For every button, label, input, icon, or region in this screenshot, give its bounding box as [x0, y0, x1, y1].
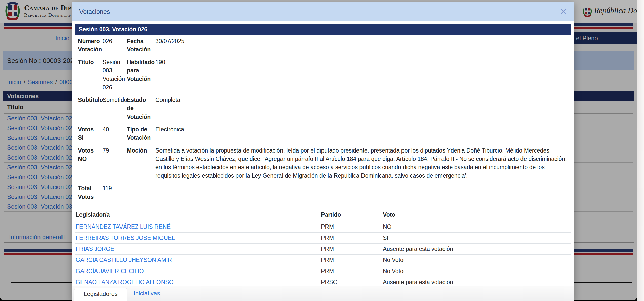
detail-label: Título: [75, 56, 100, 94]
detail-label: Estado de Votación: [124, 94, 153, 123]
modal-body: Sesión 003, Votación 026 Número Votación…: [72, 21, 574, 286]
vote-cell: Ausente para esta votación: [382, 277, 571, 286]
detail-value: Completa: [153, 94, 571, 123]
vote-cell: No Voto: [382, 254, 571, 266]
table-row: GARCÍA JAVIER CECILIO PRM No Voto: [75, 266, 571, 277]
detail-value: [153, 182, 571, 203]
legislator-link[interactable]: FERREIRAS TORRES JOSÉ MIGUEL: [76, 235, 175, 241]
tab-legisladores[interactable]: Legisladores: [74, 288, 127, 301]
column-header-legislador: Legislador/a: [75, 209, 320, 221]
detail-value: 79: [100, 144, 124, 182]
detail-label: Fecha Votación: [124, 35, 153, 56]
table-row: GENAO LANZA ROGELIO ALFONSO PRSC Ausente…: [75, 277, 571, 286]
legislator-link[interactable]: GARCÍA JAVIER CECILIO: [76, 268, 144, 274]
modal-title: Votaciones: [79, 8, 110, 15]
detail-label: Subtitulo: [75, 94, 100, 123]
close-icon[interactable]: ✕: [560, 8, 567, 16]
detail-value: Sometido: [100, 94, 124, 123]
table-row: Total Votos 119: [75, 182, 571, 203]
party-cell: PRSC: [320, 277, 382, 286]
table-row: Subtitulo Sometido Estado de Votación Co…: [75, 94, 571, 123]
party-cell: PRM: [320, 266, 382, 277]
detail-label: Total Votos: [75, 182, 100, 203]
vote-cell: SI: [382, 232, 571, 243]
detail-value: 119: [100, 182, 124, 203]
detail-value: 40: [100, 123, 124, 144]
detail-label: Moción: [124, 144, 153, 182]
mocion-text: Sometida a votación la propuesta de modi…: [153, 144, 571, 182]
detail-value: 190: [153, 56, 571, 94]
party-cell: PRM: [320, 254, 382, 266]
party-cell: PRM: [320, 221, 382, 232]
legislator-link[interactable]: FERNÁNDEZ TAVÁREZ LUIS RENÉ: [76, 223, 171, 230]
detail-value: 30/07/2025: [153, 35, 571, 56]
vote-section-title: Sesión 003, Votación 026: [75, 24, 571, 35]
detail-value: 026: [100, 35, 124, 56]
desktop-side-strip: [637, 0, 644, 301]
vote-cell: Ausente para esta votación: [382, 243, 571, 254]
modal-header: Votaciones ✕: [72, 2, 574, 21]
detail-label: Votos NO: [75, 144, 100, 182]
table-row: FERREIRAS TORRES JOSÉ MIGUEL PRM SI: [75, 232, 571, 243]
legislators-table: Legislador/a Partido Voto FERNÁNDEZ TAVÁ…: [75, 209, 571, 286]
detail-label: Votos SI: [75, 123, 100, 144]
vote-details-table: Número Votación 026 Fecha Votación 30/07…: [75, 35, 571, 203]
table-row: Votos SI 40 Tipo de Votación Electrónica: [75, 123, 571, 144]
party-cell: PRM: [320, 243, 382, 254]
table-row: Número Votación 026 Fecha Votación 30/07…: [75, 35, 571, 56]
votaciones-modal: Votaciones ✕ Sesión 003, Votación 026 Nú…: [72, 2, 574, 301]
table-row: Título Sesión 003, Votación 026 Habilita…: [75, 56, 571, 94]
detail-label: Habilitado para Votación: [124, 56, 153, 94]
tab-iniciativas[interactable]: Iniciativas: [127, 290, 167, 301]
screen: Cámara de Diputados República Dominicana…: [0, 0, 644, 301]
detail-value: Electrónica: [153, 123, 571, 144]
table-row: Votos NO 79 Moción Sometida a votación l…: [75, 144, 571, 182]
party-cell: PRM: [320, 232, 382, 243]
detail-value: Sesión 003, Votación 026: [100, 56, 124, 94]
legislator-link[interactable]: FRÍAS JORGE: [76, 246, 114, 252]
detail-label: [124, 182, 153, 203]
detail-label: Número Votación: [75, 35, 100, 56]
modal-footer: Legisladores Iniciativas: [72, 286, 574, 301]
legislator-link[interactable]: GARCÍA CASTILLO JHEYSON AMIR: [76, 257, 172, 263]
table-row: GARCÍA CASTILLO JHEYSON AMIR PRM No Voto: [75, 254, 571, 266]
detail-label: Tipo de Votación: [124, 123, 153, 144]
table-row: FERNÁNDEZ TAVÁREZ LUIS RENÉ PRM NO: [75, 221, 571, 232]
table-row: FRÍAS JORGE PRM Ausente para esta votaci…: [75, 243, 571, 254]
vote-cell: NO: [382, 221, 571, 232]
legislator-link[interactable]: GENAO LANZA ROGELIO ALFONSO: [76, 279, 174, 285]
column-header-partido: Partido: [320, 209, 382, 221]
column-header-voto: Voto: [382, 209, 571, 221]
table-header-row: Legislador/a Partido Voto: [75, 209, 571, 221]
vote-cell: No Voto: [382, 266, 571, 277]
